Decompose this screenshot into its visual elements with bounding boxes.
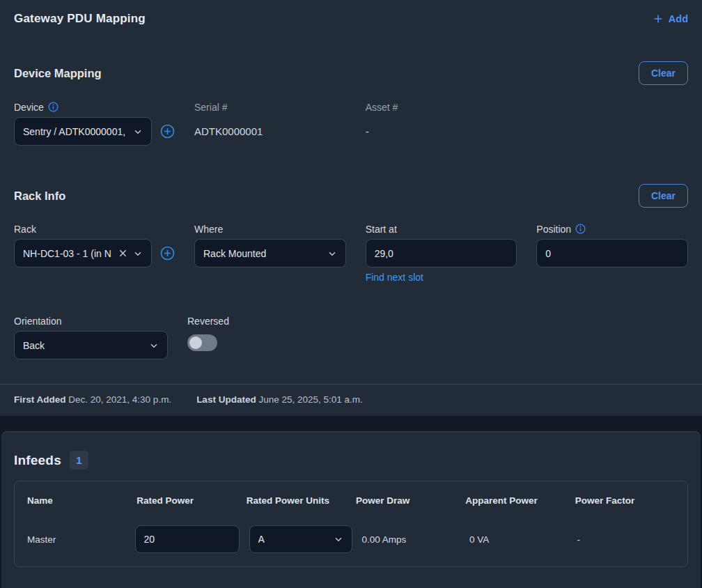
- asset-label: Asset #: [366, 101, 517, 113]
- infeeds-table-header: Name Rated Power Rated Power Units Power…: [27, 495, 675, 506]
- start-at-field: Start at Find next slot: [366, 223, 517, 283]
- column-header-power-factor: Power Factor: [575, 495, 675, 506]
- rated-power-units-value: A: [258, 534, 329, 545]
- toggle-knob: [189, 336, 202, 349]
- column-header-rated-power-units: Rated Power Units: [247, 495, 346, 506]
- first-added-value: Dec. 20, 2021, 4:30 p.m.: [68, 394, 171, 405]
- chevron-down-icon: [149, 341, 159, 350]
- device-select-value: Sentry / ADTK0000001,: [23, 126, 129, 137]
- device-info-icon[interactable]: [48, 102, 58, 112]
- last-updated-value: June 25, 2025, 5:01 a.m.: [258, 394, 362, 405]
- start-at-label: Start at: [366, 223, 517, 235]
- column-header-name: Name: [27, 495, 127, 506]
- rack-select-value: NH-DC1-03 - 1 (in N: [23, 248, 114, 259]
- position-info-icon[interactable]: [575, 224, 586, 234]
- chevron-down-icon: [334, 534, 343, 544]
- serial-field: Serial # ADTK0000001: [194, 101, 346, 146]
- infeeds-count-badge: 1: [70, 451, 88, 470]
- chevron-down-icon: [133, 127, 143, 137]
- asset-value: -: [366, 117, 517, 146]
- timestamps-row: First Added Dec. 20, 2021, 4:30 p.m. Las…: [14, 385, 688, 416]
- power-draw-value: 0.00 Amps: [362, 534, 460, 545]
- column-header-apparent-power: Apparent Power: [465, 495, 565, 506]
- plus-icon: [653, 13, 664, 24]
- where-select-value: Rack Mounted: [203, 248, 323, 259]
- rack-select[interactable]: NH-DC1-03 - 1 (in N: [14, 239, 152, 268]
- orientation-label: Orientation: [14, 315, 168, 327]
- infeeds-title: Infeeds: [14, 453, 61, 468]
- clear-selection-icon[interactable]: [118, 249, 127, 258]
- add-device-icon[interactable]: [160, 124, 175, 139]
- where-field: Where Rack Mounted: [194, 223, 346, 283]
- column-header-rated-power: Rated Power: [136, 495, 236, 506]
- chevron-down-icon: [133, 249, 143, 258]
- last-updated: Last Updated June 25, 2025, 5:01 a.m.: [196, 394, 363, 405]
- reversed-toggle[interactable]: [187, 334, 217, 351]
- first-added-label: First Added: [14, 394, 66, 405]
- power-factor-value: -: [577, 534, 676, 545]
- start-at-input[interactable]: [366, 239, 517, 268]
- gateway-pdu-mapping-panel: Gateway PDU Mapping Add Device Mapping C…: [0, 0, 702, 416]
- orientation-select[interactable]: Back: [14, 331, 168, 359]
- position-label: Position: [536, 223, 688, 235]
- apparent-power-value: 0 VA: [469, 534, 568, 545]
- rated-power-input[interactable]: [135, 525, 240, 553]
- infeeds-panel: Infeeds 1 Name Rated Power Rated Power U…: [1, 431, 701, 588]
- first-added: First Added Dec. 20, 2021, 4:30 p.m.: [14, 394, 171, 405]
- orientation-select-value: Back: [23, 340, 145, 351]
- table-row: Master A 0.00 Amps 0 VA -: [27, 525, 675, 553]
- device-mapping-title: Device Mapping: [14, 67, 102, 80]
- column-header-power-draw: Power Draw: [356, 495, 455, 506]
- where-select[interactable]: Rack Mounted: [194, 239, 346, 268]
- panel-gap: [0, 416, 702, 431]
- orientation-field: Orientation Back: [14, 315, 168, 359]
- rack-field: Rack NH-DC1-03 - 1 (in N: [14, 223, 175, 283]
- last-updated-label: Last Updated: [196, 394, 256, 405]
- add-button[interactable]: Add: [653, 13, 688, 24]
- find-next-slot-link[interactable]: Find next slot: [366, 272, 423, 283]
- add-rack-icon[interactable]: [160, 246, 175, 261]
- rack-info-clear-button[interactable]: Clear: [639, 184, 688, 208]
- page-title: Gateway PDU Mapping: [14, 12, 146, 26]
- device-select[interactable]: Sentry / ADTK0000001,: [14, 117, 152, 146]
- add-button-label: Add: [669, 13, 688, 24]
- serial-value: ADTK0000001: [194, 117, 346, 146]
- chevron-down-icon: [327, 249, 337, 258]
- position-input[interactable]: [536, 239, 688, 268]
- serial-label: Serial #: [194, 101, 346, 113]
- infeeds-table: Name Rated Power Rated Power Units Power…: [14, 481, 688, 567]
- reversed-field: Reversed: [187, 315, 341, 359]
- reversed-label: Reversed: [187, 315, 341, 327]
- where-label: Where: [194, 223, 346, 235]
- rack-info-title: Rack Info: [14, 189, 65, 203]
- infeed-name: Master: [27, 534, 125, 545]
- device-field: Device Sentry / ADTK0000001,: [14, 101, 175, 146]
- rack-label: Rack: [14, 223, 175, 235]
- asset-field: Asset # -: [366, 101, 517, 146]
- position-field: Position: [536, 223, 688, 283]
- device-label: Device: [14, 101, 175, 113]
- rated-power-units-select[interactable]: A: [249, 525, 352, 553]
- device-mapping-clear-button[interactable]: Clear: [639, 61, 688, 85]
